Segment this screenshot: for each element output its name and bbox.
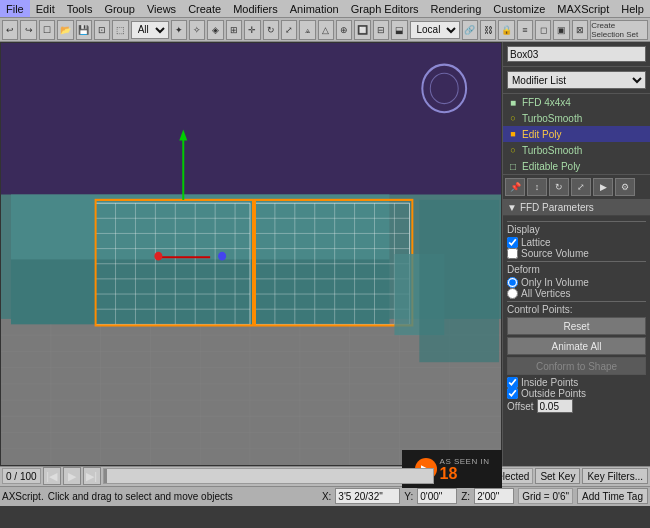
coord-z-label: Z: bbox=[461, 491, 470, 502]
rp-toolbar: 📌 ↕ ↻ ⤢ ▶ ⚙ bbox=[503, 175, 650, 200]
status-row2: AXScript. Click and drag to select and m… bbox=[0, 487, 650, 506]
source-volume-label: Source Volume bbox=[521, 248, 589, 259]
object-name-section: Box03 bbox=[503, 42, 650, 67]
inside-points-checkbox[interactable] bbox=[507, 377, 518, 388]
inside-points-label[interactable]: Inside Points bbox=[507, 377, 646, 388]
tb-snap3[interactable]: ⬓ bbox=[391, 20, 407, 40]
outside-points-label[interactable]: Outside Points bbox=[507, 388, 646, 399]
reset-button[interactable]: Reset bbox=[507, 317, 646, 335]
modifier-list-section: Modifier List bbox=[503, 67, 650, 94]
next-frame-btn[interactable]: ▶| bbox=[83, 467, 101, 485]
time-marker bbox=[104, 469, 107, 483]
menu-tools[interactable]: Tools bbox=[61, 0, 99, 17]
coord-y-input[interactable] bbox=[417, 488, 457, 504]
modifier-stack: ■ FFD 4x4x4 ○ TurboSmooth ■ Edit Poly ○ … bbox=[503, 94, 650, 175]
tb-link[interactable]: 🔗 bbox=[462, 20, 478, 40]
offset-input[interactable] bbox=[537, 399, 573, 413]
modifier-list-select[interactable]: Modifier List bbox=[507, 71, 646, 89]
menu-maxscript[interactable]: MAXScript bbox=[551, 0, 615, 17]
tb-unlink[interactable]: ⛓ bbox=[480, 20, 496, 40]
rp-pin-btn[interactable]: 📌 bbox=[505, 178, 525, 196]
menu-animation[interactable]: Animation bbox=[284, 0, 345, 17]
outside-points-checkbox[interactable] bbox=[507, 388, 518, 399]
source-volume-checkbox[interactable] bbox=[507, 248, 518, 259]
tb-save[interactable]: 💾 bbox=[76, 20, 92, 40]
selection-filter-select[interactable]: All bbox=[131, 21, 169, 39]
menu-group[interactable]: Group bbox=[98, 0, 141, 17]
tb-extra2[interactable]: ⊠ bbox=[572, 20, 588, 40]
menu-edit[interactable]: Edit bbox=[30, 0, 61, 17]
menu-graph-editors[interactable]: Graph Editors bbox=[345, 0, 425, 17]
reference-coord-select[interactable]: Local bbox=[410, 21, 460, 39]
mod-edit-poly[interactable]: ■ Edit Poly bbox=[503, 126, 650, 142]
add-time-tag-btn[interactable]: Add Time Tag bbox=[577, 488, 648, 504]
set-key-btn[interactable]: Set Key bbox=[535, 468, 580, 484]
coord-x-input[interactable] bbox=[335, 488, 400, 504]
menu-rendering[interactable]: Rendering bbox=[425, 0, 488, 17]
mod-turbosmooth-1[interactable]: ○ TurboSmooth bbox=[503, 110, 650, 126]
tb-redo[interactable]: ↪ bbox=[20, 20, 36, 40]
lattice-checkbox[interactable] bbox=[507, 237, 518, 248]
mod-turbosmooth-2[interactable]: ○ TurboSmooth bbox=[503, 142, 650, 158]
source-volume-checkbox-label[interactable]: Source Volume bbox=[507, 248, 646, 259]
only-in-volume-radio[interactable] bbox=[507, 277, 518, 288]
tb-bind[interactable]: 🔒 bbox=[498, 20, 514, 40]
tb-snap2[interactable]: ⊟ bbox=[373, 20, 389, 40]
mod-editable-poly[interactable]: □ Editable Poly bbox=[503, 158, 650, 174]
lattice-label: Lattice bbox=[521, 237, 550, 248]
tb-scale2[interactable]: ⟁ bbox=[299, 20, 315, 40]
tb-layers[interactable]: ≡ bbox=[517, 20, 533, 40]
tb-undo[interactable]: ↩ bbox=[2, 20, 18, 40]
viewport[interactable]: Perspective bbox=[0, 42, 502, 466]
tb-select5[interactable]: ◈ bbox=[207, 20, 223, 40]
prev-frame-btn[interactable]: |◀ bbox=[43, 467, 61, 485]
ffd-params-header[interactable]: ▼ FFD Parameters bbox=[503, 200, 650, 216]
menu-file[interactable]: File bbox=[0, 0, 30, 17]
tb-scale3[interactable]: △ bbox=[318, 20, 334, 40]
tb-new[interactable]: ☐ bbox=[39, 20, 55, 40]
mod-ffd-4x4x4[interactable]: ■ FFD 4x4x4 bbox=[503, 94, 650, 110]
lattice-checkbox-label[interactable]: Lattice bbox=[507, 237, 646, 248]
offset-row: Offset bbox=[507, 399, 646, 413]
menu-views[interactable]: Views bbox=[141, 0, 182, 17]
ffd-icon: ■ bbox=[507, 96, 519, 108]
tb-extra1[interactable]: ▣ bbox=[553, 20, 569, 40]
all-vertices-radio[interactable] bbox=[507, 288, 518, 299]
conform-button[interactable]: Conform to Shape bbox=[507, 357, 646, 375]
key-filters-btn[interactable]: Key Filters... bbox=[582, 468, 648, 484]
rp-rotate-btn[interactable]: ↻ bbox=[549, 178, 569, 196]
all-vertices-label: All Vertices bbox=[521, 288, 570, 299]
menu-modifiers[interactable]: Modifiers bbox=[227, 0, 284, 17]
tb-select2[interactable]: ⬚ bbox=[112, 20, 128, 40]
tb-scale[interactable]: ⤢ bbox=[281, 20, 297, 40]
menu-help[interactable]: Help bbox=[615, 0, 650, 17]
rp-move-btn[interactable]: ↕ bbox=[527, 178, 547, 196]
tb-select6[interactable]: ⊞ bbox=[226, 20, 242, 40]
play-btn[interactable]: ▶ bbox=[63, 467, 81, 485]
animate-all-button[interactable]: Animate All bbox=[507, 337, 646, 355]
time-slider[interactable] bbox=[103, 468, 434, 484]
tb-pivot[interactable]: ⊕ bbox=[336, 20, 352, 40]
rp-scale-btn[interactable]: ⤢ bbox=[571, 178, 591, 196]
only-in-volume-radio-label[interactable]: Only In Volume bbox=[507, 277, 646, 288]
only-in-volume-label: Only In Volume bbox=[521, 277, 589, 288]
ffd-params-body: Display Lattice Source Volume Deform Onl… bbox=[503, 216, 650, 416]
tb-snap[interactable]: 🔲 bbox=[354, 20, 370, 40]
tb-named-sel[interactable]: Create Selection Set bbox=[590, 20, 648, 40]
tb-rotate[interactable]: ↻ bbox=[263, 20, 279, 40]
tb-open[interactable]: 📂 bbox=[57, 20, 73, 40]
toolbar1: ↩ ↪ ☐ 📂 💾 ⊡ ⬚ All ✦ ✧ ◈ ⊞ ✛ ↻ ⤢ ⟁ △ ⊕ 🔲 … bbox=[0, 18, 650, 42]
tb-move[interactable]: ✛ bbox=[244, 20, 260, 40]
coord-z-input[interactable] bbox=[474, 488, 514, 504]
ffd-arrow-icon: ▼ bbox=[507, 202, 517, 213]
menu-create[interactable]: Create bbox=[182, 0, 227, 17]
tb-select3[interactable]: ✦ bbox=[171, 20, 187, 40]
rp-anim-btn[interactable]: ▶ bbox=[593, 178, 613, 196]
rp-config-btn[interactable]: ⚙ bbox=[615, 178, 635, 196]
all-vertices-radio-label[interactable]: All Vertices bbox=[507, 288, 646, 299]
menu-customize[interactable]: Customize bbox=[487, 0, 551, 17]
tb-select4[interactable]: ✧ bbox=[189, 20, 205, 40]
object-name-input[interactable]: Box03 bbox=[507, 46, 646, 62]
tb-display[interactable]: ◻ bbox=[535, 20, 551, 40]
tb-select1[interactable]: ⊡ bbox=[94, 20, 110, 40]
